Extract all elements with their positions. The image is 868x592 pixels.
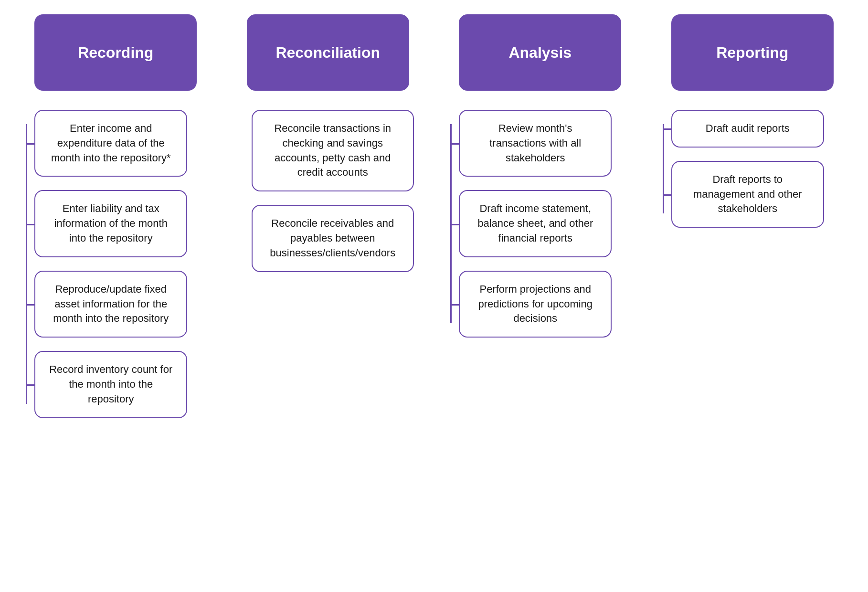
- analysis-item-row-0: Review month's transactions with all sta…: [459, 110, 640, 177]
- analysis-item-row-1: Draft income statement, balance sheet, a…: [459, 190, 640, 257]
- analysis-item-1: Draft income statement, balance sheet, a…: [459, 190, 612, 257]
- reconciliation-item-row-0: Reconcile transactions in checking and s…: [237, 110, 428, 191]
- reporting-item-1: Draft reports to management and other st…: [671, 161, 824, 228]
- analysis-item-0: Review month's transactions with all sta…: [459, 110, 612, 177]
- analysis-item-2: Perform projections and predictions for …: [459, 271, 612, 338]
- diagram: RecordingEnter income and expenditure da…: [10, 14, 858, 418]
- reconciliation-item-row-1: Reconcile receivables and payables betwe…: [237, 205, 428, 272]
- column-reporting: ReportingDraft audit reportsDraft report…: [652, 14, 853, 228]
- recording-item-0: Enter income and expenditure data of the…: [34, 110, 187, 177]
- recording-item-1: Enter liability and tax information of t…: [34, 190, 187, 257]
- analysis-item-row-2: Perform projections and predictions for …: [459, 271, 640, 338]
- reconciliation-header: Reconciliation: [247, 14, 409, 91]
- column-recording: RecordingEnter income and expenditure da…: [15, 14, 216, 418]
- reconciliation-items: Reconcile transactions in checking and s…: [228, 110, 428, 272]
- reconciliation-item-0: Reconcile transactions in checking and s…: [252, 110, 414, 191]
- reporting-header: Reporting: [671, 14, 834, 91]
- recording-item-row-2: Reproduce/update fixed asset information…: [34, 271, 216, 338]
- reporting-items: Draft audit reportsDraft reports to mana…: [652, 110, 853, 228]
- recording-header: Recording: [34, 14, 197, 91]
- reporting-item-row-0: Draft audit reports: [671, 110, 853, 148]
- analysis-items: Review month's transactions with all sta…: [440, 110, 640, 338]
- recording-items: Enter income and expenditure data of the…: [15, 110, 216, 418]
- analysis-header: Analysis: [459, 14, 621, 91]
- recording-item-row-1: Enter liability and tax information of t…: [34, 190, 216, 257]
- reconciliation-item-1: Reconcile receivables and payables betwe…: [252, 205, 414, 272]
- recording-item-2: Reproduce/update fixed asset information…: [34, 271, 187, 338]
- column-analysis: AnalysisReview month's transactions with…: [440, 14, 640, 338]
- reporting-item-row-1: Draft reports to management and other st…: [671, 161, 853, 228]
- recording-item-row-0: Enter income and expenditure data of the…: [34, 110, 216, 177]
- reporting-item-0: Draft audit reports: [671, 110, 824, 148]
- recording-item-row-3: Record inventory count for the month int…: [34, 351, 216, 418]
- recording-item-3: Record inventory count for the month int…: [34, 351, 187, 418]
- column-reconciliation: ReconciliationReconcile transactions in …: [228, 14, 428, 272]
